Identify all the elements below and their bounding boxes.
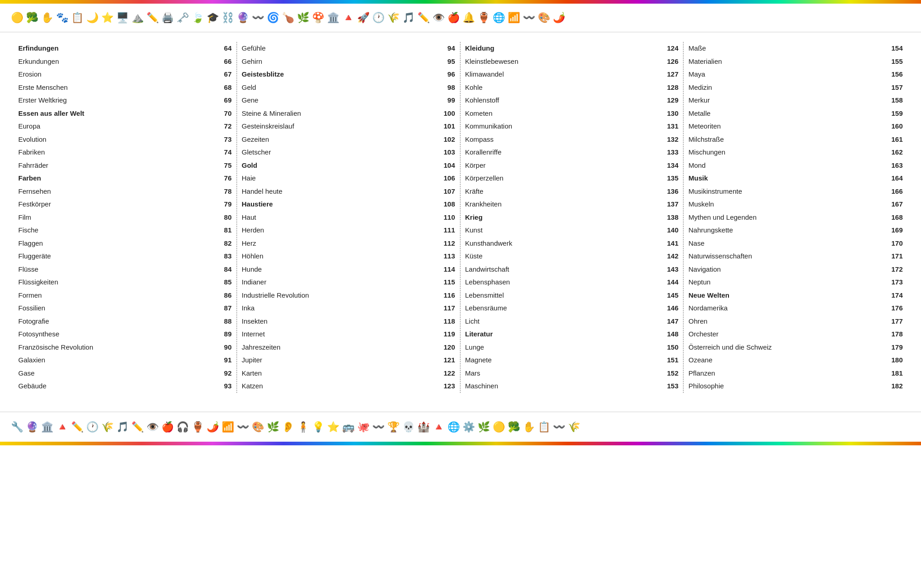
entry-name: Gase <box>18 368 218 379</box>
table-row: Essen aus aller Welt70 <box>18 107 232 120</box>
entry-name: Maschinen <box>465 381 665 392</box>
entry-name: Mischungen <box>688 147 889 158</box>
entry-page: 95 <box>442 57 455 67</box>
table-row: Merkur158 <box>688 94 903 107</box>
table-row: Festkörper79 <box>18 198 232 211</box>
table-row: Geistesblitze96 <box>242 68 455 81</box>
entry-page: 121 <box>442 355 455 366</box>
bottom-icon-6: 🌾 <box>101 422 114 432</box>
top-icon-22: 🔺 <box>342 13 354 23</box>
entry-page: 74 <box>218 147 232 158</box>
top-icon-34: 〰️ <box>523 13 535 23</box>
entry-page: 117 <box>442 303 455 314</box>
entry-name: Farben <box>18 173 218 184</box>
entry-page: 113 <box>442 251 455 262</box>
table-row: Kunsthandwerk141 <box>465 237 679 250</box>
entry-page: 142 <box>665 251 678 262</box>
entry-name: Kunsthandwerk <box>465 238 665 249</box>
table-row: Haie106 <box>242 172 455 185</box>
bottom-icon-15: 〰️ <box>237 422 249 432</box>
entry-name: Mythen und Legenden <box>688 212 889 223</box>
table-row: Inka117 <box>242 302 455 315</box>
table-row: Maße154 <box>688 42 903 55</box>
entry-page: 135 <box>665 173 678 184</box>
entry-name: Ozeane <box>688 355 889 366</box>
entry-page: 181 <box>889 368 903 379</box>
entry-page: 96 <box>442 69 455 80</box>
entry-page: 72 <box>218 121 232 132</box>
entry-page: 143 <box>665 264 678 275</box>
top-icon-0: 🟡 <box>11 13 23 23</box>
bottom-bar-wrapper: 🔧🔮🏛️🔺✏️🕐🌾🎵✏️👁️🍎🎧🏺🌶️📶〰️🎨🌿👂🧍💡⭐🚌🐙〰️🏆💀🏰🔺🌐⚙️🌿… <box>0 411 921 445</box>
table-row: Maya156 <box>688 68 903 81</box>
table-row: Nase170 <box>688 237 903 250</box>
top-icon-23: 🚀 <box>357 13 369 23</box>
top-icon-24: 🕐 <box>372 13 385 23</box>
bottom-icon-26: 💀 <box>402 422 415 432</box>
bottom-icon-10: 🍎 <box>161 422 174 432</box>
entry-page: 178 <box>889 329 903 340</box>
entry-name: Nordamerika <box>688 303 889 314</box>
entry-name: Fotografie <box>18 316 218 327</box>
bottom-icon-5: 🕐 <box>86 422 99 432</box>
table-row: Musikinstrumente166 <box>688 185 903 198</box>
entry-name: Inka <box>242 303 442 314</box>
entry-name: Kommunikation <box>465 121 665 132</box>
table-row: Fahrräder75 <box>18 159 232 172</box>
table-row: Karten122 <box>242 367 455 380</box>
entry-name: Fotosynthese <box>18 329 218 340</box>
table-row: Navigation172 <box>688 263 903 276</box>
table-row: Mond163 <box>688 159 903 172</box>
table-row: Landwirtschaft143 <box>465 263 679 276</box>
top-icon-11: 🗝️ <box>177 13 189 23</box>
entry-page: 91 <box>218 355 232 366</box>
table-row: Küste142 <box>465 250 679 263</box>
table-row: Herz112 <box>242 237 455 250</box>
entry-name: Nase <box>688 238 889 249</box>
top-icon-12: 🍃 <box>192 13 204 23</box>
entry-name: Gletscher <box>242 147 442 158</box>
top-icon-7: 🖥️ <box>116 13 129 23</box>
entry-page: 104 <box>442 160 455 171</box>
bottom-icon-21: ⭐ <box>327 422 339 432</box>
table-row: Körperzellen135 <box>465 172 679 185</box>
table-row: Fotografie88 <box>18 315 232 328</box>
entry-page: 138 <box>665 212 678 223</box>
bottom-icon-9: 👁️ <box>146 422 159 432</box>
table-row: Geld98 <box>242 81 455 94</box>
top-icon-35: 🎨 <box>538 13 550 23</box>
entry-page: 127 <box>665 69 678 80</box>
entry-page: 167 <box>889 199 903 210</box>
table-row: Milchstraße161 <box>688 133 903 146</box>
entry-name: Essen aus aller Welt <box>18 108 218 119</box>
entry-name: Gehirn <box>242 57 442 67</box>
entry-page: 122 <box>442 368 455 379</box>
table-row: Kunst140 <box>465 224 679 237</box>
bottom-icon-32: 🟡 <box>493 422 505 432</box>
entry-page: 100 <box>442 108 455 119</box>
entry-page: 68 <box>218 83 232 93</box>
entry-page: 160 <box>889 121 903 132</box>
bottom-color-bar <box>0 442 921 445</box>
table-row: Meteoriten160 <box>688 120 903 133</box>
entry-page: 173 <box>889 277 903 288</box>
table-row: Kohlenstoff129 <box>465 94 679 107</box>
bottom-icon-31: 🌿 <box>478 422 490 432</box>
bottom-icon-0: 🔧 <box>11 422 23 432</box>
table-row: Formen86 <box>18 289 232 302</box>
top-icon-27: ✏️ <box>417 13 430 23</box>
entry-page: 101 <box>442 121 455 132</box>
entry-name: Karten <box>242 368 442 379</box>
table-row: Evolution73 <box>18 133 232 146</box>
entry-page: 157 <box>889 83 903 93</box>
entry-page: 182 <box>889 381 903 392</box>
table-row: Gesteinskreislauf101 <box>242 120 455 133</box>
entry-page: 132 <box>665 134 678 145</box>
table-row: Gebäude93 <box>18 380 232 393</box>
top-icon-10: 🖨️ <box>161 13 174 23</box>
entry-page: 75 <box>218 160 232 171</box>
entry-page: 66 <box>218 57 232 67</box>
table-row: Höhlen113 <box>242 250 455 263</box>
entry-name: Herden <box>242 225 442 236</box>
table-row: Industrielle Revolution116 <box>242 289 455 302</box>
